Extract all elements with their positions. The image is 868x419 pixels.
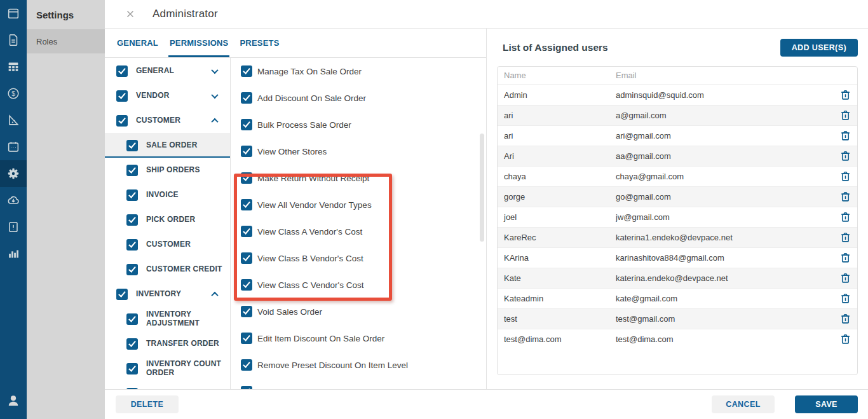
sidebar-item-alerts[interactable] xyxy=(0,214,27,240)
checkbox-checked-icon[interactable] xyxy=(126,363,138,374)
checkbox-checked-icon[interactable] xyxy=(241,199,252,210)
checkbox-checked-icon[interactable] xyxy=(126,264,138,275)
tab-general[interactable]: GENERAL xyxy=(116,29,159,57)
delete-user-button[interactable] xyxy=(834,231,856,244)
permission-item[interactable]: Void Sales Order xyxy=(231,298,486,325)
checkbox-checked-icon[interactable] xyxy=(126,165,138,176)
sidebar-item-calendar[interactable] xyxy=(0,134,27,160)
delete-user-button[interactable] xyxy=(834,170,856,183)
tree-item-vendor[interactable]: VENDOR xyxy=(105,83,230,108)
sidebar-item-cloud-sync[interactable] xyxy=(0,187,27,214)
main-nav-sidebar: $ xyxy=(0,0,27,419)
tree-item-sale-order[interactable]: SALE ORDER xyxy=(105,133,230,158)
sidebar-item-reports[interactable] xyxy=(0,240,27,267)
chevron-down-icon[interactable] xyxy=(211,66,218,73)
add-users-button[interactable]: ADD USER(S) xyxy=(780,39,858,57)
tree-item-ship-orders[interactable]: SHIP ORDERS xyxy=(105,158,230,182)
tree-item-label: PICK ORDER xyxy=(146,216,195,224)
permission-label: View Other Stores xyxy=(257,147,327,156)
permission-item[interactable]: View Class A Vendor's Cost xyxy=(231,218,486,245)
checkbox-checked-icon[interactable] xyxy=(241,65,252,77)
delete-user-button[interactable] xyxy=(834,333,856,346)
scrollbar-thumb[interactable] xyxy=(480,134,484,242)
permission-item[interactable]: Bulk Process Sale Order xyxy=(231,111,486,138)
sidebar-item-sales[interactable]: $ xyxy=(0,80,27,107)
sidebar-item-documents[interactable] xyxy=(0,27,27,53)
sidebar-item-account[interactable] xyxy=(0,387,27,414)
delete-user-button[interactable] xyxy=(834,271,856,285)
tab-presets[interactable]: PRESETS xyxy=(238,29,280,57)
permission-item[interactable]: View Other Stores xyxy=(231,138,486,165)
delete-user-button[interactable] xyxy=(834,251,856,264)
checkbox-checked-icon[interactable] xyxy=(241,146,252,157)
tree-item-invoice[interactable]: INVOICE xyxy=(105,182,230,207)
permission-item[interactable]: Open Cash Drawer xyxy=(231,378,486,389)
checkbox-checked-icon[interactable] xyxy=(241,279,252,291)
permission-label: Remove Preset Discount On Item Level xyxy=(257,361,408,370)
settings-panel-title: Settings xyxy=(27,0,105,29)
checkbox-checked-icon[interactable] xyxy=(241,172,252,184)
sidebar-item-catalog[interactable] xyxy=(0,53,27,80)
delete-user-button[interactable] xyxy=(834,109,856,122)
checkbox-checked-icon[interactable] xyxy=(116,65,128,77)
trash-icon xyxy=(839,231,851,244)
tree-item-transfer-order[interactable]: TRANSFER ORDER xyxy=(105,331,230,356)
checkbox-checked-icon[interactable] xyxy=(241,252,252,264)
sidebar-item-measure[interactable] xyxy=(0,107,27,134)
permission-item[interactable]: Edit Item Discount On Sale Order xyxy=(231,325,486,352)
sidebar-item-register[interactable] xyxy=(0,0,27,27)
delete-user-button[interactable] xyxy=(834,292,856,305)
tree-item-inventory[interactable]: INVENTORY xyxy=(105,282,230,306)
checkbox-checked-icon[interactable] xyxy=(241,359,252,371)
chevron-up-icon[interactable] xyxy=(211,118,218,125)
delete-user-button[interactable] xyxy=(834,129,856,142)
trash-icon xyxy=(839,312,851,326)
delete-user-button[interactable] xyxy=(834,190,856,203)
chevron-down-icon[interactable] xyxy=(211,91,218,98)
delete-user-button[interactable] xyxy=(834,312,856,326)
cancel-button[interactable]: CANCEL xyxy=(712,395,775,413)
checkbox-checked-icon[interactable] xyxy=(241,92,252,104)
checkbox-checked-icon[interactable] xyxy=(126,313,138,325)
checkbox-checked-icon[interactable] xyxy=(126,140,138,151)
delete-user-button[interactable] xyxy=(834,149,856,163)
checkbox-checked-icon[interactable] xyxy=(241,306,252,317)
checkbox-checked-icon[interactable] xyxy=(241,119,252,130)
permission-item[interactable]: View Class B Vendor's Cost xyxy=(231,245,486,271)
tree-item-general[interactable]: GENERAL xyxy=(105,58,230,83)
tree-item-inventory-adjustment[interactable]: INVENTORY ADJUSTMENT xyxy=(105,306,230,331)
save-button[interactable]: SAVE xyxy=(795,395,858,413)
permission-item[interactable]: View Class C Vendor's Cost xyxy=(231,271,486,298)
checkbox-checked-icon[interactable] xyxy=(126,189,138,201)
tree-item-customer[interactable]: CUSTOMER xyxy=(105,108,230,133)
checkbox-checked-icon[interactable] xyxy=(126,338,138,350)
tree-item-inventory-count-order[interactable]: INVENTORY COUNT ORDER xyxy=(105,356,230,381)
sidebar-item-settings[interactable] xyxy=(0,160,27,187)
delete-button[interactable]: DELETE xyxy=(116,395,179,413)
permission-item[interactable]: Manage Tax On Sale Order xyxy=(231,58,486,85)
checkbox-checked-icon[interactable] xyxy=(241,226,252,237)
tree-item-customer-sub[interactable]: CUSTOMER xyxy=(105,232,230,257)
permission-item[interactable]: View All Vendor Vendor Types xyxy=(231,191,486,218)
checkbox-checked-icon[interactable] xyxy=(126,388,138,390)
tree-item-partial[interactable] xyxy=(105,381,230,389)
tab-permissions[interactable]: PERMISSIONS xyxy=(168,29,230,57)
tree-item-customer-credit[interactable]: CUSTOMER CREDIT xyxy=(105,257,230,282)
checkbox-checked-icon[interactable] xyxy=(126,214,138,226)
checkbox-checked-icon[interactable] xyxy=(241,386,252,389)
permission-item[interactable]: Add Discount On Sale Order xyxy=(231,85,486,111)
checkbox-checked-icon[interactable] xyxy=(116,289,128,300)
checkbox-checked-icon[interactable] xyxy=(126,239,138,251)
permission-item[interactable]: Remove Preset Discount On Item Level xyxy=(231,352,486,378)
checkbox-checked-icon[interactable] xyxy=(116,115,128,127)
checkbox-checked-icon[interactable] xyxy=(116,90,128,102)
delete-user-button[interactable] xyxy=(834,88,856,102)
user-email: karinashitova884@gmail.com xyxy=(616,253,834,263)
close-button[interactable] xyxy=(124,8,137,20)
settings-item-roles[interactable]: Roles xyxy=(27,29,105,53)
permission-item[interactable]: Make Return Without Receipt xyxy=(231,165,486,191)
tree-item-pick-order[interactable]: PICK ORDER xyxy=(105,207,230,232)
delete-user-button[interactable] xyxy=(834,210,856,224)
chevron-up-icon[interactable] xyxy=(211,291,218,298)
checkbox-checked-icon[interactable] xyxy=(241,333,252,344)
